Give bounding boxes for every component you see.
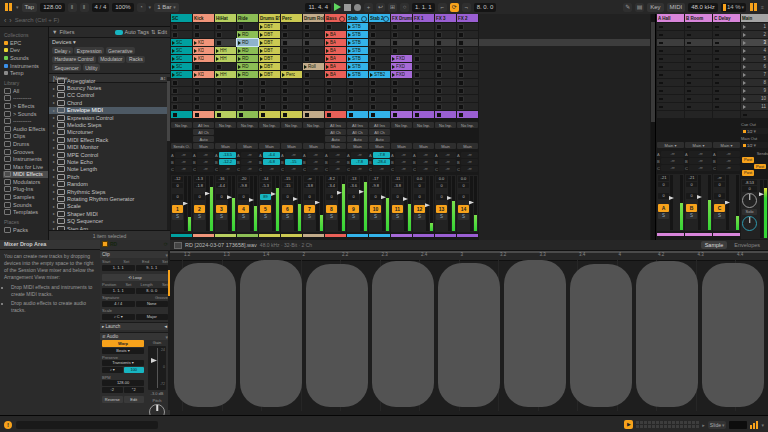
clip-slot-empty[interactable]	[281, 95, 302, 102]
fader-handle[interactable]	[725, 201, 730, 205]
send-amount[interactable]: -∞	[717, 165, 740, 171]
clip-stop-button[interactable]	[393, 49, 397, 53]
clip-slot-empty[interactable]	[303, 55, 324, 62]
send-amount[interactable]: -∞	[439, 152, 456, 158]
volume-value[interactable]: -∞	[304, 176, 315, 182]
send-amount[interactable]: -∞	[175, 159, 192, 165]
tab-envelopes[interactable]: Envelopes	[730, 241, 764, 249]
clip-stop-button[interactable]	[173, 105, 177, 109]
clip-slot-empty[interactable]	[435, 39, 456, 46]
clip-slot-empty[interactable]	[193, 23, 214, 30]
main-out-select[interactable]: 1/2▾	[741, 142, 768, 148]
clip-play-icon[interactable]	[348, 33, 351, 37]
pan-dial-value[interactable]: 0	[458, 194, 469, 200]
clip-stop-button[interactable]	[195, 105, 199, 109]
clip-slot[interactable]: KD	[193, 39, 214, 46]
stop-clips-button[interactable]	[215, 111, 236, 118]
io-routing-select[interactable]: Auto	[193, 136, 214, 142]
clip-play-icon[interactable]	[348, 25, 351, 29]
pad-cell[interactable]	[648, 425, 651, 428]
pad-cell[interactable]	[696, 421, 699, 424]
clip-play-icon[interactable]	[326, 57, 329, 61]
clip-slot-empty[interactable]	[259, 103, 280, 110]
clip-stop-button[interactable]	[459, 73, 463, 77]
clip-slot-empty[interactable]	[457, 63, 478, 70]
clip-play-icon[interactable]	[326, 33, 329, 37]
clip-play-icon[interactable]	[392, 57, 395, 61]
io-routing-select[interactable]: All Ins	[325, 122, 346, 128]
volume-value[interactable]: -16	[216, 176, 227, 182]
track-activator[interactable]: 6	[282, 205, 293, 213]
clip-play-icon[interactable]	[348, 49, 351, 53]
clip-stop-button[interactable]	[459, 89, 463, 93]
fader-handle[interactable]	[697, 195, 702, 199]
volume-value[interactable]: -8.53	[742, 180, 757, 186]
clip-slot-empty[interactable]	[413, 103, 434, 110]
send-amount[interactable]: -∞	[285, 152, 302, 158]
clip-stop-button[interactable]	[283, 49, 287, 53]
clip-stop-button[interactable]	[459, 33, 463, 37]
clip-slot[interactable]: STB	[347, 23, 368, 30]
clip-slot[interactable]: RD	[237, 31, 258, 38]
scene-play-icon[interactable]	[743, 25, 746, 29]
send-amount[interactable]: -∞	[307, 152, 324, 158]
clip-slot-empty[interactable]	[413, 55, 434, 62]
solo-button[interactable]: S	[458, 214, 469, 220]
clip-slot[interactable]: BA	[325, 31, 346, 38]
clip-stop-button[interactable]	[195, 81, 199, 85]
library-item[interactable]: ----------	[3, 95, 50, 103]
clip-stop-button[interactable]	[283, 105, 287, 109]
io-routing-select[interactable]: Auto	[347, 136, 368, 142]
clip-slot-empty[interactable]	[413, 23, 434, 30]
clip-slot-empty[interactable]	[193, 95, 214, 102]
clip-stop-button[interactable]	[261, 97, 265, 101]
stop-clips-button[interactable]	[391, 111, 412, 118]
pad-cell[interactable]	[664, 421, 667, 424]
track-header[interactable]: Stab	[347, 14, 368, 22]
clip-play-icon[interactable]	[326, 41, 329, 45]
send-amount[interactable]: -∞	[241, 166, 258, 172]
launch-section-header[interactable]: ▸ Launch◄	[100, 322, 170, 330]
io-routing-select[interactable]: All Ins	[369, 122, 390, 128]
clip-slot-empty[interactable]	[303, 39, 324, 46]
scene-launch-button[interactable]: 4	[741, 47, 768, 54]
clip-stop-button[interactable]	[415, 49, 419, 53]
clip-stop-button[interactable]	[415, 81, 419, 85]
expand-icon[interactable]: ▸	[53, 93, 55, 98]
clip-stop-button[interactable]	[217, 33, 221, 37]
volume-value[interactable]: 0.0	[458, 176, 469, 182]
clip-slot-empty[interactable]	[391, 79, 412, 86]
record-button[interactable]	[354, 4, 361, 11]
fader-handle[interactable]	[669, 196, 674, 200]
loop-position-field[interactable]: 1. 1. 1	[102, 288, 135, 294]
clip-slot-empty[interactable]	[435, 63, 456, 70]
clip-play-icon[interactable]	[260, 49, 263, 53]
clip-slot-empty[interactable]	[215, 87, 236, 94]
clip-slot[interactable]: FXD	[391, 71, 412, 78]
places-item[interactable]: Packs	[3, 226, 50, 234]
send-amount[interactable]: -∞	[329, 166, 346, 172]
clip-stop-button[interactable]	[217, 25, 221, 29]
scene-play-icon[interactable]	[743, 81, 746, 85]
pan-dial-value[interactable]: 0	[658, 193, 669, 199]
send-amount[interactable]: -∞	[461, 159, 478, 165]
pad-cell[interactable]	[692, 425, 695, 428]
clip-play-icon[interactable]	[260, 73, 263, 77]
clip-slot-empty[interactable]	[171, 87, 192, 94]
clip-play-icon[interactable]	[238, 73, 241, 77]
library-item[interactable]: Templates	[3, 208, 50, 216]
clip-stop-button[interactable]	[217, 97, 221, 101]
output-select[interactable]: Main ▾	[713, 142, 740, 148]
clip-stop-button[interactable]	[195, 25, 199, 29]
clip-stop-button[interactable]	[371, 49, 375, 53]
clip-stop-button[interactable]	[459, 25, 463, 29]
solo-button[interactable]: S	[348, 214, 359, 220]
send-amount[interactable]: -6.8	[263, 159, 280, 165]
clip-stop-button[interactable]	[239, 25, 243, 29]
main-track-header[interactable]: Main	[741, 14, 768, 22]
metronome-button[interactable]: ◔	[137, 3, 146, 12]
clip-play-icon[interactable]	[260, 25, 263, 29]
track-header[interactable]: Drums BT	[259, 14, 280, 22]
solo-button[interactable]: S	[370, 214, 381, 220]
clip-stop-button[interactable]	[349, 97, 353, 101]
